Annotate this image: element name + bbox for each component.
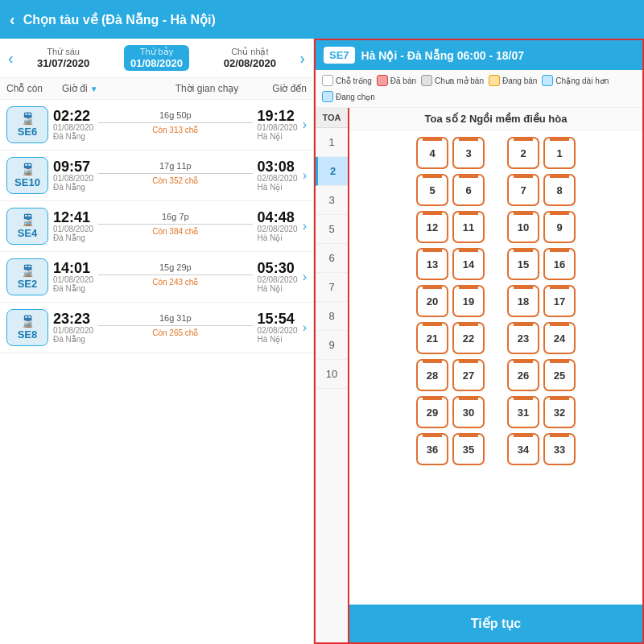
seat[interactable]: 17 [543,285,576,317]
duration-text: 16g 31p [159,313,192,323]
seat[interactable]: 8 [543,174,576,206]
train-row[interactable]: 🚆 SE6 02:22 01/08/2020 Đà Nẵng 16g 50p C… [0,100,313,151]
seat[interactable]: 19 [452,285,485,317]
depart-station: Đà Nẵng [53,132,93,141]
duration-line [98,122,253,123]
depart-time: 14:01 [53,261,93,275]
date-next-button[interactable]: › [296,49,308,68]
seat[interactable]: 13 [416,248,448,280]
gio-di-label: Giờ đi [62,83,88,94]
legend-label: Đang chọn [336,93,375,101]
date-value: 01/08/2020 [130,57,183,69]
legend-color-box [322,91,333,102]
date-item-thu7[interactable]: Thứ bảy 01/08/2020 [124,45,189,71]
arrive-station: Hà Nội [258,284,298,293]
seat[interactable]: 23 [507,322,539,354]
legend-color-box [542,75,553,86]
seat[interactable]: 2 [507,137,539,169]
duration-line [98,325,253,326]
seat[interactable]: 15 [507,248,539,280]
toa-item[interactable]: 10 [316,360,348,389]
train-row[interactable]: 🚆 SE8 23:23 01/08/2020 Đà Nẵng 16g 31p C… [0,303,313,353]
seat-grid: 4321567812111091314151620191817212223242… [349,130,642,605]
seat[interactable]: 31 [507,396,539,428]
seat[interactable]: 11 [452,211,485,243]
seat[interactable]: 5 [416,174,448,206]
legend-label: Đã bán [390,76,416,85]
chevron-right-icon: › [303,320,307,335]
seat-area: Toa số 2 Ngồi mềm điều hòa 4321567812111… [349,108,642,642]
seat[interactable]: 36 [416,433,448,465]
seat[interactable]: 32 [543,396,576,428]
seat[interactable]: 22 [452,322,485,354]
seat[interactable]: 25 [543,359,576,391]
seat[interactable]: 35 [452,433,485,465]
depart-block: 14:01 01/08/2020 Đà Nẵng [53,261,93,293]
seat[interactable]: 27 [452,359,485,391]
seat[interactable]: 18 [507,285,539,317]
depart-station: Đà Nẵng [53,183,93,192]
seat[interactable]: 10 [507,211,539,243]
train-times: 02:22 01/08/2020 Đà Nẵng 16g 50p Còn 313… [53,109,298,141]
seat[interactable]: 30 [452,396,485,428]
seat[interactable]: 9 [543,211,576,243]
right-panel: SE7 Hà Nội - Đà Nẵng 06:00 - 18/07 Chỗ t… [314,39,644,644]
train-icon: 🚆 [21,315,35,328]
depart-station: Đà Nẵng [53,335,93,344]
train-icon: 🚆 [21,213,35,226]
toa-item[interactable]: 5 [316,215,348,244]
toa-item[interactable]: 9 [316,331,348,360]
date-prev-button[interactable]: ‹ [5,49,17,68]
seat[interactable]: 34 [507,433,539,465]
toa-item[interactable]: 6 [316,244,348,273]
depart-date: 01/08/2020 [53,275,93,284]
toa-item[interactable]: 1 [316,128,348,157]
seat[interactable]: 26 [507,359,539,391]
right-header: SE7 Hà Nội - Đà Nẵng 06:00 - 18/07 [316,40,642,70]
date-item-cn[interactable]: Chủ nhật 02/08/2020 [217,45,283,71]
depart-station: Đà Nẵng [53,233,93,242]
col-gio-di[interactable]: Giờ đi ▼ [62,83,171,94]
seat-row: 5678 [354,174,638,206]
seat[interactable]: 16 [543,248,576,280]
seat[interactable]: 3 [452,137,485,169]
seat[interactable]: 24 [543,322,576,354]
toa-item[interactable]: 3 [316,186,348,215]
depart-block: 02:22 01/08/2020 Đà Nẵng [53,109,93,141]
legend-item: Đã bán [377,75,416,86]
seat[interactable]: 14 [452,248,485,280]
seat[interactable]: 20 [416,285,448,317]
arrive-date: 02/08/2020 [258,275,298,284]
toa-item[interactable]: 7 [316,273,348,302]
depart-block: 09:57 01/08/2020 Đà Nẵng [53,159,93,192]
train-row[interactable]: 🚆 SE10 09:57 01/08/2020 Đà Nẵng 17g 11p … [0,151,313,201]
seat[interactable]: 7 [507,174,539,206]
train-times: 23:23 01/08/2020 Đà Nẵng 16g 31p Còn 265… [53,312,298,344]
train-row[interactable]: 🚆 SE4 12:41 01/08/2020 Đà Nẵng 16g 7p Cò… [0,201,313,252]
seat[interactable]: 33 [543,433,576,465]
train-times: 14:01 01/08/2020 Đà Nẵng 15g 29p Còn 243… [53,261,298,293]
seat[interactable]: 1 [543,137,576,169]
seat[interactable]: 28 [416,359,448,391]
column-headers: Chỗ còn Giờ đi ▼ Thời gian chạy Giờ đến [0,78,313,100]
legend-color-box [421,75,432,86]
seat[interactable]: 29 [416,396,448,428]
date-item-thu6[interactable]: Thứ sáu 31/07/2020 [31,45,96,71]
toa-item[interactable]: 2 [316,157,348,186]
col-gio-den: Giờ đến [242,83,307,94]
seat[interactable]: 12 [416,211,448,243]
seat-row: 4321 [354,137,638,169]
seat[interactable]: 6 [452,174,485,206]
seat[interactable]: 21 [416,322,448,354]
day-name: Chủ nhật [231,47,268,57]
train-row[interactable]: 🚆 SE2 14:01 01/08/2020 Đà Nẵng 15g 29p C… [0,252,313,303]
continue-button[interactable]: Tiếp tục [349,605,642,642]
arrive-time: 15:54 [258,312,298,326]
depart-time: 09:57 [53,159,93,174]
back-button[interactable]: ‹ [10,10,15,29]
seats-text: Còn 352 chỗ [152,176,198,185]
arrive-block: 05:30 02/08/2020 Hà Nội [258,261,298,293]
toa-item[interactable]: 8 [316,302,348,331]
seat[interactable]: 4 [416,137,448,169]
duration-block: 15g 29p Còn 243 chỗ [98,261,253,287]
